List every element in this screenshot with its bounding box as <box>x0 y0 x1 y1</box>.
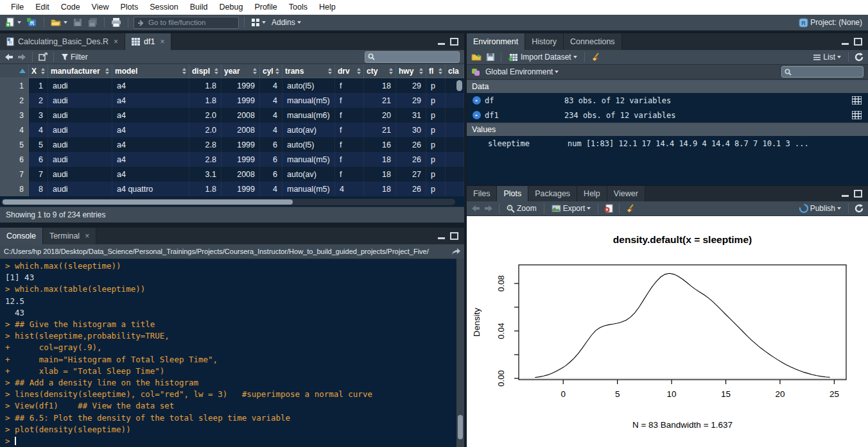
show-in-new-window-icon[interactable] <box>39 53 48 61</box>
clear-objects-broom-icon[interactable] <box>591 53 600 62</box>
tab-plots[interactable]: Plots <box>497 186 528 201</box>
new-project-button[interactable]: R <box>26 17 39 28</box>
addins-grid-button[interactable] <box>250 17 267 28</box>
column-header-drv[interactable]: drv <box>335 64 364 78</box>
clear-plots-broom-icon[interactable] <box>625 204 635 213</box>
maximize-icon[interactable] <box>854 38 862 46</box>
menu-item-file[interactable]: File <box>5 0 30 15</box>
menu-item-profile[interactable]: Profile <box>248 0 282 15</box>
environment-search-box[interactable] <box>781 66 864 78</box>
maximize-icon[interactable] <box>450 232 458 240</box>
goto-file-input[interactable] <box>147 18 235 27</box>
previous-plot-icon[interactable] <box>471 205 480 212</box>
forward-icon[interactable] <box>17 53 26 61</box>
menu-item-tools[interactable]: Tools <box>283 0 313 15</box>
grid-corner-header[interactable] <box>0 64 29 78</box>
menu-item-help[interactable]: Help <box>313 0 342 15</box>
menu-item-edit[interactable]: Edit <box>30 0 55 15</box>
console-scrollbar[interactable] <box>456 258 464 447</box>
menu-item-plots[interactable]: Plots <box>114 0 144 15</box>
go-to-directory-icon[interactable] <box>451 248 460 255</box>
minimize-icon[interactable] <box>438 38 445 45</box>
filter-button[interactable]: Filter <box>60 52 89 62</box>
environment-search-input[interactable] <box>794 67 860 76</box>
column-header-cyl[interactable]: cyl <box>260 64 282 78</box>
tab-files[interactable]: Files <box>467 186 497 201</box>
load-workspace-icon[interactable] <box>471 53 482 62</box>
sort-arrows-icon[interactable] <box>253 68 257 74</box>
close-icon[interactable]: × <box>114 38 118 45</box>
close-icon[interactable]: × <box>160 38 164 45</box>
tab-environment[interactable]: Environment <box>467 33 525 50</box>
project-menu-button[interactable]: R Project: (None) <box>797 17 864 28</box>
sort-arrows-icon[interactable] <box>275 68 279 74</box>
tab-console[interactable]: Console <box>0 228 43 244</box>
console-output[interactable]: > which.max((sleeptime))[1] 43> which.ma… <box>0 258 456 447</box>
zoom-plot-button[interactable]: Zoom <box>505 203 538 214</box>
minimize-icon[interactable] <box>438 233 445 239</box>
tab-packages[interactable]: Packages <box>528 186 577 201</box>
next-plot-icon[interactable] <box>484 205 493 212</box>
column-header-displ[interactable]: displ <box>189 64 221 78</box>
environment-scope-selector[interactable]: Global Environment <box>484 67 560 77</box>
import-dataset-button[interactable]: Import Dataset <box>507 52 578 62</box>
sort-arrows-icon[interactable] <box>182 68 186 74</box>
grid-search-input[interactable] <box>378 53 456 62</box>
goto-file-function-box[interactable] <box>134 17 239 29</box>
remove-plot-icon[interactable] <box>604 204 613 213</box>
console-scrollbar-thumb[interactable] <box>458 415 463 439</box>
column-header-year[interactable]: year <box>221 64 260 78</box>
environment-object-row[interactable]: sleeptimenum [1:83] 12.1 17 14.4 14.9 4 … <box>467 136 868 151</box>
new-file-button[interactable] <box>4 17 22 28</box>
column-header-trans[interactable]: trans <box>282 64 335 78</box>
column-header-fl[interactable]: fl <box>426 64 446 78</box>
grid-vertical-scrollbar-thumb[interactable] <box>456 80 462 91</box>
print-button[interactable] <box>110 17 123 28</box>
column-header-X[interactable]: X <box>29 64 48 78</box>
sort-arrows-icon[interactable] <box>214 68 218 74</box>
addins-button[interactable]: Addins <box>270 17 302 28</box>
publish-button[interactable]: Publish <box>798 203 842 214</box>
tab-terminal[interactable]: Terminal × <box>43 228 96 244</box>
back-icon[interactable] <box>4 53 13 61</box>
menu-item-view[interactable]: View <box>86 0 115 15</box>
maximize-icon[interactable] <box>854 190 862 198</box>
close-icon[interactable]: × <box>85 233 89 239</box>
menu-item-build[interactable]: Build <box>184 0 214 15</box>
sort-arrows-icon[interactable] <box>328 68 332 74</box>
expand-object-icon[interactable]: ▸ <box>473 111 481 119</box>
sort-arrows-icon[interactable] <box>419 68 423 74</box>
save-all-button[interactable] <box>87 17 99 28</box>
export-plot-button[interactable]: Export <box>550 203 593 214</box>
minimize-icon[interactable] <box>842 190 849 197</box>
minimize-icon[interactable] <box>842 38 849 45</box>
list-view-button[interactable]: List <box>812 52 842 62</box>
column-header-model[interactable]: model <box>112 64 189 78</box>
tab-script-calculating-basic-des[interactable]: R Calculating_Basic_Des.R × <box>0 33 125 50</box>
tab-df1[interactable]: df1 × <box>125 33 171 50</box>
save-button[interactable] <box>72 17 83 28</box>
menu-item-debug[interactable]: Debug <box>214 0 249 15</box>
refresh-icon[interactable] <box>855 204 864 213</box>
column-header-manufacturer[interactable]: manufacturer <box>48 64 112 78</box>
view-data-grid-icon[interactable] <box>852 111 862 119</box>
grid-horizontal-scrollbar[interactable] <box>1 199 455 205</box>
grid-horizontal-scrollbar-thumb[interactable] <box>3 199 293 205</box>
save-workspace-icon[interactable] <box>486 53 495 62</box>
refresh-icon[interactable] <box>855 53 864 62</box>
environment-object-row[interactable]: ▸df83 obs. of 12 variables <box>467 93 868 108</box>
tab-history[interactable]: History <box>525 33 564 50</box>
maximize-icon[interactable] <box>450 38 458 46</box>
sort-arrows-icon[interactable] <box>438 68 442 74</box>
tab-help[interactable]: Help <box>577 186 607 201</box>
sort-arrows-icon[interactable] <box>41 68 45 74</box>
column-header-hwy[interactable]: hwy <box>396 64 426 78</box>
sort-arrows-icon[interactable] <box>389 68 393 74</box>
column-header-cty[interactable]: cty <box>364 64 396 78</box>
open-file-button[interactable] <box>49 17 69 28</box>
sort-arrows-icon[interactable] <box>357 68 361 74</box>
grid-search-box[interactable] <box>365 51 460 63</box>
environment-object-row[interactable]: ▸df1234 obs. of 12 variables <box>467 108 868 122</box>
view-data-grid-icon[interactable] <box>852 96 862 105</box>
column-header-cla[interactable]: cla <box>446 64 464 78</box>
